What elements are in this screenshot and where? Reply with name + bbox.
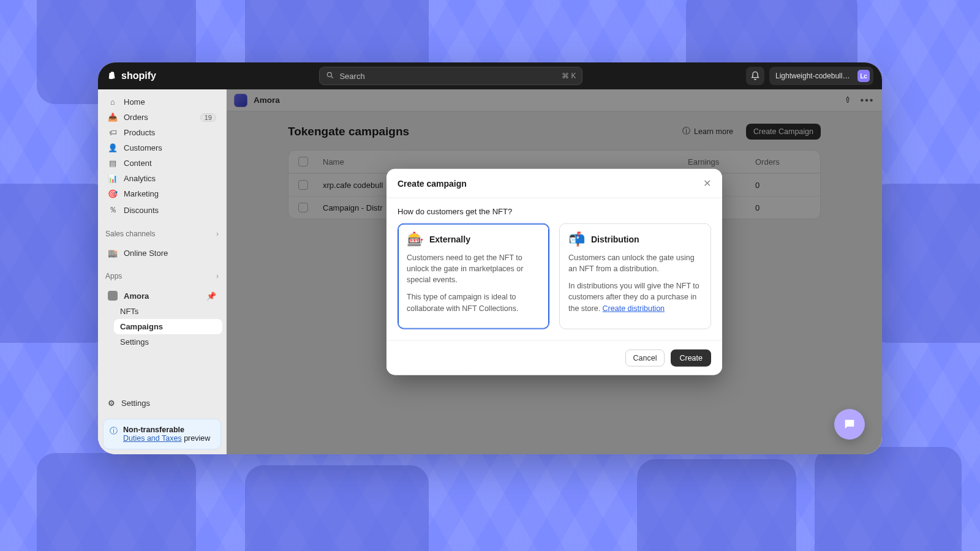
create-distribution-link[interactable]: Create distribution	[603, 304, 665, 312]
person-icon: 👤	[108, 143, 118, 152]
discount-icon: ％	[108, 204, 118, 216]
notifications-button[interactable]	[746, 67, 764, 85]
notice-banner: ⓘ Non-transferable Duties and Taxes prev…	[103, 419, 221, 449]
marketing-icon: 🎯	[108, 189, 118, 198]
gear-icon: ⚙	[108, 399, 115, 408]
pin-icon[interactable]: 📌	[206, 291, 216, 301]
analytics-icon: 📊	[108, 174, 118, 183]
main-area: Amora ••• Tokengate campaigns ⓘ Learn mo…	[227, 89, 882, 454]
chat-fab[interactable]	[834, 409, 865, 440]
account-menu[interactable]: Lightweight-codebulls… Lc	[769, 67, 873, 85]
search-icon	[326, 71, 334, 81]
app-nav-nfts[interactable]: NFTs	[114, 304, 222, 319]
nav-settings[interactable]: ⚙Settings	[98, 392, 226, 414]
account-name: Lightweight-codebulls…	[775, 72, 853, 80]
brand-text: shopify	[121, 70, 156, 81]
modal-question: How do customers get the NFT?	[398, 207, 711, 216]
option-desc: Customers need to get the NFT to unlock …	[407, 252, 540, 285]
nav-analytics[interactable]: 📊Analytics	[102, 171, 222, 186]
search-placeholder: Search	[339, 72, 364, 81]
option-distribution[interactable]: 📬 Distribution Customers can unlock the …	[559, 223, 711, 329]
global-search[interactable]: Search ⌘ K	[319, 67, 582, 85]
chevron-right-icon: ›	[216, 230, 219, 238]
notice-suffix: preview	[182, 434, 211, 443]
svg-point-0	[328, 72, 332, 77]
option-title: Externally	[429, 234, 470, 244]
create-button[interactable]: Create	[671, 349, 711, 366]
create-campaign-modal: Create campaign ✕ How do customers get t…	[386, 169, 722, 375]
chevron-right-icon: ›	[216, 272, 219, 280]
topbar: shopify Search ⌘ K Lightweight-codebulls…	[98, 62, 882, 89]
sidebar: ⌂Home 📥Orders19 🏷Products 👤Customers ▤Co…	[98, 89, 227, 454]
brand-logo[interactable]: shopify	[107, 70, 156, 81]
search-shortcut: ⌘ K	[562, 72, 576, 80]
notice-line1: Non-transferable	[123, 425, 184, 434]
nav-discounts[interactable]: ％Discounts	[102, 201, 222, 219]
app-nav-settings[interactable]: Settings	[114, 334, 222, 350]
nav-orders[interactable]: 📥Orders19	[102, 110, 222, 125]
modal-close-button[interactable]: ✕	[703, 178, 711, 189]
chat-icon	[843, 418, 856, 431]
tag-icon: 🏷	[108, 128, 118, 137]
app-amora[interactable]: Amora 📌	[102, 288, 222, 304]
nav-customers[interactable]: 👤Customers	[102, 140, 222, 156]
nav-content[interactable]: ▤Content	[102, 156, 222, 171]
info-icon: ⓘ	[110, 426, 118, 437]
store-icon: 🏬	[108, 249, 118, 258]
svg-line-1	[331, 76, 333, 78]
apps-label[interactable]: Apps›	[98, 266, 226, 283]
shopify-icon	[107, 70, 118, 81]
option-title: Distribution	[591, 234, 639, 244]
notice-link[interactable]: Duties and Taxes	[123, 434, 182, 443]
home-icon: ⌂	[108, 97, 118, 107]
app-window: shopify Search ⌘ K Lightweight-codebulls…	[98, 62, 882, 454]
orders-icon: 📥	[108, 113, 118, 122]
bell-icon	[750, 71, 760, 81]
primary-nav: ⌂Home 📥Orders19 🏷Products 👤Customers ▤Co…	[98, 89, 226, 223]
option-externally[interactable]: 🎰 Externally Customers need to get the N…	[398, 223, 549, 329]
option-desc: Customers can unlock the gate using an N…	[568, 252, 702, 274]
option-desc2: In distributions you will give the NFT t…	[568, 280, 702, 313]
sales-channels-label[interactable]: Sales channels›	[98, 223, 226, 241]
option-desc2: This type of campaign is ideal to collab…	[407, 291, 540, 313]
modal-title: Create campaign	[398, 178, 467, 188]
nav-marketing[interactable]: 🎯Marketing	[102, 186, 222, 201]
orders-badge: 19	[200, 113, 216, 122]
slot-machine-icon: 🎰	[407, 233, 423, 246]
nav-online-store[interactable]: 🏬Online Store	[102, 246, 222, 261]
close-icon: ✕	[703, 178, 711, 189]
mailbox-icon: 📬	[568, 233, 585, 246]
nav-products[interactable]: 🏷Products	[102, 125, 222, 140]
content-icon: ▤	[108, 159, 118, 168]
nav-home[interactable]: ⌂Home	[102, 94, 222, 110]
account-avatar: Lc	[858, 70, 870, 82]
app-square-icon	[108, 291, 118, 301]
cancel-button[interactable]: Cancel	[625, 349, 665, 366]
app-nav-campaigns[interactable]: Campaigns	[114, 319, 222, 334]
